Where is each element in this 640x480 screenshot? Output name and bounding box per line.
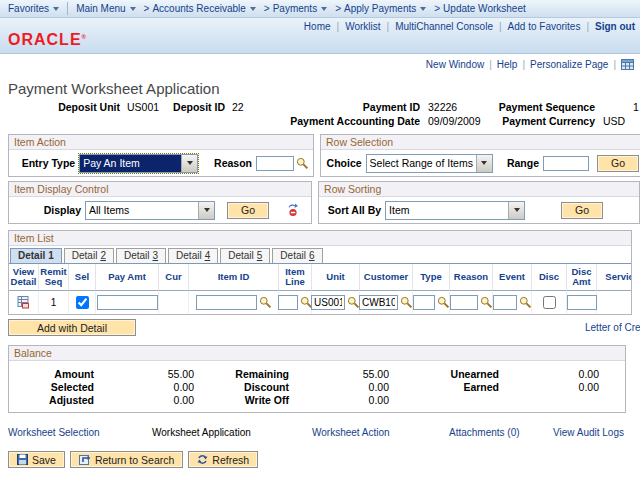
write-off-label: Write Off bbox=[194, 394, 289, 406]
favorites-menu[interactable]: Favorites bbox=[0, 3, 67, 14]
add-with-detail-button[interactable]: Add with Detail bbox=[8, 319, 136, 336]
col-disc: Disc bbox=[532, 264, 567, 291]
worksheet-selection-link[interactable]: Worksheet Selection bbox=[8, 427, 100, 438]
new-window-link[interactable]: New Window bbox=[426, 59, 484, 70]
select-arrow-icon[interactable] bbox=[198, 202, 214, 219]
dropdown-caret-icon bbox=[321, 7, 327, 11]
type-input[interactable] bbox=[413, 295, 435, 310]
event-input[interactable] bbox=[493, 295, 517, 310]
worksheet-application-label: Worksheet Application bbox=[152, 427, 251, 438]
payment-accounting-date-label: Payment Accounting Date bbox=[240, 115, 420, 127]
entry-type-label: Entry Type bbox=[13, 157, 75, 169]
col-remit-seq: Remit Seq bbox=[39, 264, 69, 291]
worklist-link[interactable]: Worklist bbox=[345, 21, 380, 32]
unit-input[interactable] bbox=[311, 295, 345, 310]
item-list-title: Item List bbox=[9, 231, 631, 246]
sel-checkbox[interactable] bbox=[76, 296, 89, 309]
col-unit: Unit bbox=[312, 264, 360, 291]
tab-detail-1[interactable]: Detail1 bbox=[10, 248, 62, 263]
worksheet-action-link[interactable]: Worksheet Action bbox=[312, 427, 390, 438]
display-select[interactable]: All Items bbox=[85, 201, 215, 220]
breadcrumb-item-apply-payments[interactable]: Apply Payments bbox=[344, 3, 426, 14]
sort-all-by-select[interactable]: Item bbox=[385, 201, 525, 220]
breadcrumb-divider bbox=[67, 2, 68, 15]
row-sorting-go-button[interactable]: Go bbox=[561, 202, 603, 219]
choice-select[interactable]: Select Range of Items bbox=[366, 154, 493, 173]
pay-amt-input[interactable] bbox=[97, 295, 158, 310]
lookup-icon[interactable] bbox=[519, 296, 532, 309]
attachments-link[interactable]: Attachments (0) bbox=[449, 427, 520, 438]
item-list-groupbox: Item List Detail1 Detail2 Detail3 Detail… bbox=[8, 230, 632, 315]
header-band: Home | Worklist | MultiChannel Console |… bbox=[0, 18, 640, 54]
breadcrumb-item-accounts-receivable[interactable]: Accounts Receivable bbox=[152, 3, 255, 14]
registered-mark: ® bbox=[82, 34, 87, 40]
breadcrumb-item-payments[interactable]: Payments bbox=[273, 3, 327, 14]
personalize-grid-icon[interactable] bbox=[621, 59, 634, 70]
save-button[interactable]: Save bbox=[8, 451, 65, 468]
range-input[interactable] bbox=[543, 156, 589, 171]
payment-accounting-date-value: 09/09/2009 bbox=[428, 115, 481, 127]
lookup-icon[interactable] bbox=[296, 157, 309, 170]
disc-checkbox[interactable] bbox=[543, 296, 556, 309]
disc-amt-input[interactable] bbox=[567, 295, 597, 310]
breadcrumb-item-update-worksheet[interactable]: Update Worksheet bbox=[443, 3, 526, 14]
item-display-title: Item Display Control bbox=[9, 182, 311, 197]
oracle-logo: ORACLE® bbox=[8, 31, 87, 49]
reason-input[interactable] bbox=[256, 156, 294, 171]
add-to-favorites-link[interactable]: Add to Favorites bbox=[508, 21, 581, 32]
help-link[interactable]: Help bbox=[497, 59, 518, 70]
tab-detail-2[interactable]: Detail2 bbox=[64, 248, 114, 263]
selected-label: Selected bbox=[9, 381, 94, 393]
multichannel-console-link[interactable]: MultiChannel Console bbox=[395, 21, 493, 32]
dropdown-caret-icon bbox=[420, 7, 426, 11]
view-audit-logs-link[interactable]: View Audit Logs bbox=[553, 427, 624, 438]
payment-id-label: Payment ID bbox=[300, 101, 420, 113]
balance-groupbox: Balance Amount 55.00 Remaining 55.00 Une… bbox=[8, 345, 626, 413]
link-separator: | bbox=[387, 21, 390, 32]
letter-of-credit-link[interactable]: Letter of Credit bbox=[585, 322, 640, 333]
col-cur: Cur bbox=[159, 264, 189, 291]
breadcrumb-separator: > bbox=[335, 3, 341, 14]
item-line-input[interactable] bbox=[278, 295, 298, 310]
utility-links: New Window | Help | Personalize Page | bbox=[0, 57, 640, 71]
unearned-label: Unearned bbox=[389, 368, 499, 380]
remit-seq-value: 1 bbox=[51, 297, 57, 308]
dropdown-caret-icon bbox=[130, 7, 136, 11]
main-menu[interactable]: Main Menu bbox=[76, 3, 135, 14]
currency-conversion-icon[interactable] bbox=[287, 203, 299, 217]
payment-summary: Deposit Unit US001 Deposit ID 22 Payment… bbox=[0, 101, 640, 130]
reason-col-input[interactable] bbox=[450, 295, 478, 310]
tab-detail-5[interactable]: Detail5 bbox=[220, 248, 270, 263]
item-grid-row: 1 bbox=[9, 291, 632, 314]
home-link[interactable]: Home bbox=[304, 21, 331, 32]
choice-label: Choice bbox=[325, 157, 362, 169]
tab-detail-3[interactable]: Detail3 bbox=[116, 248, 166, 263]
personalize-page-link[interactable]: Personalize Page bbox=[530, 59, 608, 70]
lookup-icon[interactable] bbox=[480, 296, 493, 309]
select-arrow-icon[interactable] bbox=[508, 202, 524, 219]
tab-detail-6[interactable]: Detail6 bbox=[272, 248, 322, 263]
col-view-detail: View Detail bbox=[9, 264, 39, 291]
breadcrumb: Favorites Main Menu > Accounts Receivabl… bbox=[0, 0, 640, 18]
item-id-input[interactable] bbox=[196, 295, 257, 310]
lookup-icon[interactable] bbox=[259, 296, 272, 309]
select-arrow-icon[interactable] bbox=[181, 155, 197, 172]
tab-detail-4[interactable]: Detail4 bbox=[168, 248, 218, 263]
lookup-icon[interactable] bbox=[400, 296, 413, 309]
deposit-id-value: 22 bbox=[232, 101, 244, 113]
item-display-go-button[interactable]: Go bbox=[227, 202, 269, 219]
item-display-groupbox: Item Display Control Display All Items G… bbox=[8, 181, 312, 224]
item-action-title: Item Action bbox=[9, 135, 313, 150]
row-selection-go-button[interactable]: Go bbox=[597, 155, 639, 172]
return-to-search-button[interactable]: Return to Search bbox=[70, 451, 183, 468]
payment-sequence-value: 1 bbox=[633, 101, 639, 113]
customer-input[interactable] bbox=[359, 295, 398, 310]
sign-out-link[interactable]: Sign out bbox=[595, 21, 635, 32]
view-detail-icon[interactable] bbox=[17, 296, 31, 309]
select-arrow-icon[interactable] bbox=[476, 155, 492, 172]
deposit-unit-value: US001 bbox=[127, 101, 159, 113]
refresh-button[interactable]: Refresh bbox=[188, 451, 258, 468]
entry-type-select[interactable]: Pay An Item bbox=[79, 154, 198, 173]
balance-title: Balance bbox=[9, 346, 625, 361]
lookup-icon[interactable] bbox=[437, 296, 450, 309]
